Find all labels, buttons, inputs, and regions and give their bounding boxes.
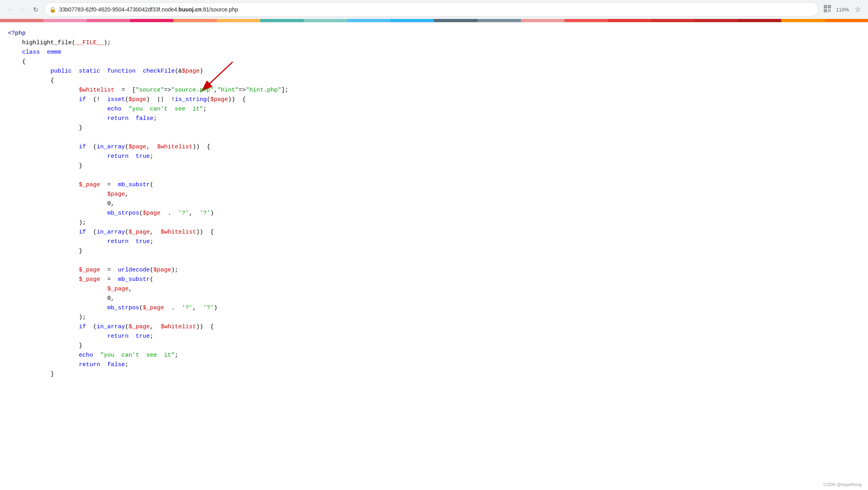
- code-token: [100, 361, 107, 368]
- code-token: public: [50, 68, 72, 75]
- code-token: (: [139, 210, 143, 217]
- svg-rect-5: [825, 10, 826, 11]
- code-token: (&: [175, 68, 182, 75]
- code-line: $_page = mb_substr(: [8, 180, 868, 190]
- code-token: );: [104, 39, 111, 46]
- svg-rect-1: [825, 6, 826, 7]
- code-token: ,: [189, 210, 200, 217]
- code-line: 0,: [8, 294, 868, 303]
- colorbar-segment: [564, 19, 608, 22]
- code-token: }: [79, 248, 82, 254]
- code-token: [40, 49, 47, 56]
- colorbar-segment: [608, 19, 651, 22]
- colorbar-segment: [87, 19, 130, 22]
- code-token: '?': [182, 305, 192, 311]
- code-token: )) {: [192, 144, 210, 150]
- colorbar-segment: [130, 19, 174, 22]
- code-line: }: [8, 247, 868, 256]
- svg-rect-3: [829, 6, 830, 7]
- code-token: false: [107, 361, 125, 368]
- colorbar-segment: [825, 19, 868, 22]
- code-token: (: [125, 144, 129, 150]
- code-token: (: [139, 305, 143, 311]
- code-line: if (in_array($_page, $whitelist)) {: [8, 228, 868, 237]
- code-line: {: [8, 76, 868, 86]
- code-token: $page: [153, 267, 171, 273]
- code-token: $_page: [143, 305, 164, 311]
- code-token: [121, 106, 129, 112]
- code-token: $page: [129, 144, 146, 150]
- bookmark-button[interactable]: ☆: [852, 4, 863, 15]
- code-token: [129, 333, 136, 340]
- code-line: echo "you can't see it";: [8, 351, 868, 360]
- code-token: .: [164, 305, 182, 311]
- code-token: return: [79, 361, 100, 368]
- colorbar-segment: [304, 19, 347, 22]
- code-line: [8, 171, 868, 180]
- code-token: );: [79, 219, 86, 226]
- back-button[interactable]: ←: [5, 4, 16, 15]
- code-token: ,: [192, 305, 203, 311]
- code-token: '?': [200, 210, 210, 217]
- forward-button[interactable]: →: [17, 4, 28, 15]
- address-bar[interactable]: 🔒 33b07783-62f0-4620-9504-4730042df33f.n…: [44, 2, 819, 17]
- reload-button[interactable]: ↻: [30, 4, 41, 15]
- colorbar-segment: [478, 19, 521, 22]
- code-line: return true;: [8, 332, 868, 341]
- code-token: echo: [107, 106, 121, 112]
- code-token: return: [107, 153, 129, 160]
- svg-rect-7: [830, 9, 831, 10]
- code-token: 0,: [107, 200, 114, 207]
- code-token: [72, 68, 79, 75]
- code-token: $_page: [129, 324, 150, 330]
- code-token: emmm: [47, 49, 61, 56]
- php-open-tag: <?php: [8, 30, 26, 37]
- colorbar-segment: [694, 19, 738, 22]
- code-token: ,: [214, 87, 217, 94]
- code-token: $_page: [79, 181, 100, 188]
- code-token: ,: [150, 229, 161, 236]
- code-line: echo "you can't see it";: [8, 105, 868, 114]
- code-token: (: [125, 96, 129, 103]
- code-token: $page: [182, 68, 200, 75]
- code-token: ;: [150, 333, 153, 340]
- colorbar-segment: [521, 19, 564, 22]
- code-line: $_page = urldecode($page);: [8, 266, 868, 275]
- url-suffix: :81/source.php: [202, 6, 238, 13]
- code-token: ): [214, 305, 217, 311]
- svg-rect-6: [828, 9, 829, 10]
- code-token: }: [79, 163, 82, 169]
- url-domain: buuoj.cn: [179, 6, 202, 13]
- toolbar-right: 110% ☆: [822, 4, 863, 15]
- code-line: }: [8, 370, 868, 379]
- code-token: }: [79, 125, 82, 131]
- code-token: );: [171, 267, 178, 273]
- code-token: ;: [203, 106, 207, 112]
- qr-button[interactable]: [822, 4, 833, 15]
- code-token: ;: [175, 352, 178, 359]
- code-token: =>: [239, 87, 246, 94]
- code-token: return: [107, 238, 129, 245]
- code-token: __FILE__: [75, 39, 104, 46]
- svg-rect-10: [829, 10, 830, 11]
- code-token: ): [210, 210, 214, 217]
- code-line: );: [8, 313, 868, 322]
- code-token: [100, 68, 107, 75]
- colorbar-segment: [738, 19, 781, 22]
- code-token: $page: [210, 96, 228, 103]
- code-line: $_page = mb_substr(: [8, 275, 868, 284]
- code-line: }: [8, 123, 868, 133]
- code-token: =: [100, 276, 118, 283]
- code-token: =: [100, 181, 118, 188]
- code-token: }: [50, 371, 54, 378]
- code-token: class: [22, 49, 40, 56]
- code-line: }: [8, 341, 868, 351]
- code-token: "hint.php": [246, 87, 281, 94]
- code-line: );: [8, 218, 868, 228]
- code-token: true: [136, 153, 150, 160]
- code-token: (: [125, 229, 129, 236]
- code-token: $whitelist: [79, 87, 114, 94]
- code-token: $page: [107, 191, 125, 198]
- code-token: function: [107, 68, 136, 75]
- code-token: if: [79, 229, 86, 236]
